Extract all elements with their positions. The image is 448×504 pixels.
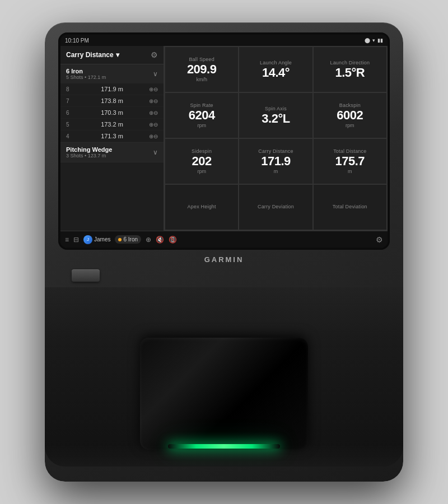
- metric-spin-rate[interactable]: Spin Rate 6204 rpm: [165, 93, 238, 138]
- shot-icon: ⊕⊖: [149, 133, 158, 139]
- shot-icon: ⊕⊖: [149, 98, 158, 104]
- metric-label: Carry Deviation: [258, 204, 294, 209]
- metric-carry-deviation[interactable]: Carry Deviation: [239, 185, 312, 230]
- club-header-info-pw: Pitching Wedge 3 Shots • 123.7 m: [66, 146, 112, 158]
- metric-label: Carry Distance: [258, 148, 293, 154]
- settings-icon[interactable]: ⚙: [376, 235, 383, 244]
- club-header-pw[interactable]: Pitching Wedge 3 Shots • 123.7 m ∨: [60, 143, 164, 162]
- club-tag[interactable]: 6 Iron: [115, 235, 141, 244]
- garmin-device: 10:10 PM ⬤ ▾ ▮▮ Carry Distance ▾: [45, 22, 403, 482]
- sensor-window: [140, 338, 308, 450]
- metric-label: Spin Rate: [190, 102, 213, 108]
- shot-num: 6: [66, 110, 75, 116]
- club-group-pw: Pitching Wedge 3 Shots • 123.7 m ∨: [60, 143, 164, 162]
- status-time: 10:10 PM: [65, 38, 89, 44]
- metric-carry-distance[interactable]: Carry Distance 171.9 m: [239, 139, 312, 184]
- user-name: James: [94, 236, 110, 242]
- metric-label: Backspin: [339, 102, 361, 108]
- brand-label: GARMIN: [204, 255, 244, 264]
- club-tag-text: 6 Iron: [123, 236, 138, 242]
- screen-bezel: 10:10 PM ⬤ ▾ ▮▮ Carry Distance ▾: [58, 32, 390, 250]
- left-header[interactable]: Carry Distance ▾ ⚙: [60, 46, 164, 64]
- metric-value: 175.7: [335, 155, 365, 167]
- metric-label: Launch Angle: [260, 60, 292, 66]
- user-info[interactable]: J James: [83, 235, 110, 244]
- metric-value: 6204: [189, 109, 215, 122]
- shot-dist: 173.2 m: [101, 121, 123, 128]
- shot-row[interactable]: 6 170.3 m ⊕⊖: [60, 107, 164, 119]
- battery-icon: ▮▮: [377, 38, 383, 43]
- metric-unit: rpm: [197, 169, 206, 174]
- metric-label: Apex Height: [188, 204, 216, 209]
- club-sub-pw: 3 Shots • 123.7 m: [66, 153, 112, 158]
- user-avatar: J: [83, 235, 92, 244]
- shot-num: 7: [66, 98, 75, 104]
- video-icon[interactable]: 📵: [169, 236, 177, 244]
- club-tag-dot: [118, 238, 122, 241]
- club-name-pw: Pitching Wedge: [66, 146, 112, 153]
- metric-unit: rpm: [197, 123, 206, 128]
- metric-label: Total Distance: [333, 148, 366, 154]
- shot-dist: 171.3 m: [101, 133, 123, 139]
- screen: 10:10 PM ⬤ ▾ ▮▮ Carry Distance ▾: [60, 35, 388, 248]
- layout-icon[interactable]: ⊟: [73, 236, 79, 244]
- metric-value: 3.2°L: [262, 113, 290, 125]
- shot-num: 8: [66, 86, 75, 92]
- physical-button[interactable]: [72, 269, 100, 282]
- club-name-6iron: 6 Iron: [66, 68, 106, 74]
- metric-unit: km/h: [196, 77, 207, 82]
- metric-sidespin[interactable]: Sidespin 202 rpm: [165, 139, 238, 184]
- shot-row[interactable]: 7 173.8 m ⊕⊖: [60, 95, 164, 107]
- bottom-highlight: [45, 444, 403, 466]
- metric-value: 1.5°R: [335, 67, 365, 79]
- shot-icon: ⊕⊖: [149, 86, 158, 92]
- shot-dist: 170.3 m: [101, 109, 123, 116]
- metric-value: 209.9: [187, 63, 217, 76]
- bluetooth-icon: ⬤: [365, 38, 370, 43]
- club-header-6iron[interactable]: 6 Iron 5 Shots • 172.1 m ∨: [60, 64, 164, 83]
- sensor-area: [45, 287, 403, 466]
- metric-value: 202: [192, 155, 212, 167]
- metric-launch-direction[interactable]: Launch Direction 1.5°R: [314, 47, 386, 92]
- metric-spin-axis[interactable]: Spin Axis 3.2°L: [239, 93, 312, 138]
- shot-num: 4: [66, 133, 75, 139]
- club-header-info: 6 Iron 5 Shots • 172.1 m: [66, 68, 106, 80]
- club-expand-icon-6iron[interactable]: ∨: [153, 70, 158, 78]
- mute-icon[interactable]: 🔇: [156, 236, 164, 244]
- metric-unit: rpm: [346, 123, 354, 128]
- metric-ball-speed[interactable]: Ball Speed 209.9 km/h: [165, 47, 238, 92]
- metric-label: Total Deviation: [333, 204, 367, 209]
- shot-icon: ⊕⊖: [149, 110, 158, 116]
- metric-value: 6002: [337, 109, 363, 122]
- metric-label: Spin Axis: [265, 106, 287, 111]
- shot-num: 5: [66, 122, 75, 128]
- metric-backspin[interactable]: Backspin 6002 rpm: [314, 93, 386, 138]
- bottom-bar: ≡ ⊟ J James 6 Iron ⊕ 🔇 📵 ⚙: [60, 231, 388, 248]
- club-group-6iron: 6 Iron 5 Shots • 172.1 m ∨ 8 171.9 m ⊕⊖ …: [60, 64, 164, 143]
- left-panel: Carry Distance ▾ ⚙ 6 Iron 5 Shots • 172.…: [60, 46, 164, 231]
- menu-icon[interactable]: ≡: [65, 236, 69, 244]
- shot-icon: ⊕⊖: [149, 122, 158, 128]
- status-icons: ⬤ ▾ ▮▮: [365, 38, 383, 43]
- shot-row[interactable]: 5 173.2 m ⊕⊖: [60, 119, 164, 130]
- metric-label: Ball Speed: [189, 57, 214, 62]
- shot-dist: 173.8 m: [101, 97, 123, 104]
- metric-unit: m: [274, 169, 278, 174]
- metric-launch-angle[interactable]: Launch Angle 14.4°: [239, 47, 312, 92]
- shot-row[interactable]: 4 171.3 m ⊕⊖: [60, 130, 164, 142]
- metric-label: Launch Direction: [330, 60, 370, 66]
- shot-dist: 171.9 m: [101, 86, 123, 92]
- metric-apex-height[interactable]: Apex Height: [165, 185, 238, 230]
- screen-content: Carry Distance ▾ ⚙ 6 Iron 5 Shots • 172.…: [60, 46, 388, 231]
- bottom-bar-left: ≡ ⊟ J James 6 Iron ⊕ 🔇 📵: [65, 235, 177, 244]
- filter-icon[interactable]: ⚙: [151, 50, 158, 59]
- metric-total-distance[interactable]: Total Distance 175.7 m: [314, 139, 386, 184]
- metric-total-deviation[interactable]: Total Deviation: [314, 185, 386, 230]
- metric-value: 14.4°: [262, 67, 290, 79]
- shot-row[interactable]: 8 171.9 m ⊕⊖: [60, 83, 164, 95]
- club-expand-icon-pw[interactable]: ∨: [153, 148, 158, 156]
- left-header-title[interactable]: Carry Distance ▾: [66, 51, 119, 59]
- edit-icon[interactable]: ⊕: [146, 236, 151, 244]
- metric-value: 171.9: [261, 155, 291, 167]
- metrics-grid: Ball Speed 209.9 km/h Launch Angle 14.4°…: [164, 46, 388, 231]
